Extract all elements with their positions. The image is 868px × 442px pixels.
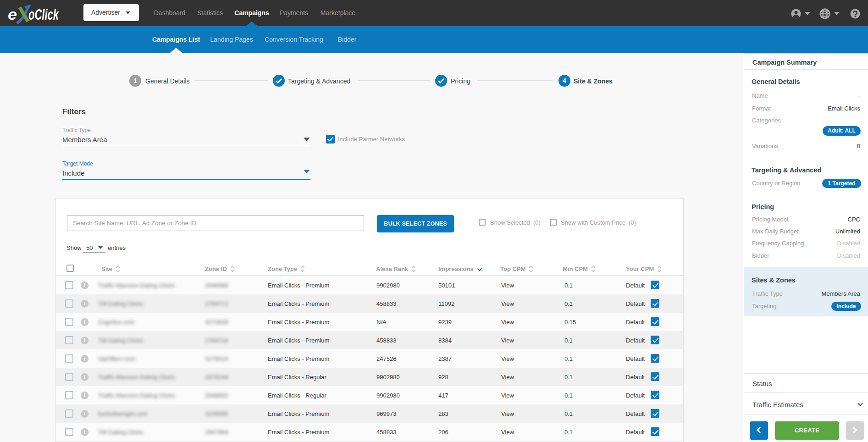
svg-text:oClick: oClick <box>28 6 59 23</box>
svg-text:e: e <box>8 6 17 23</box>
